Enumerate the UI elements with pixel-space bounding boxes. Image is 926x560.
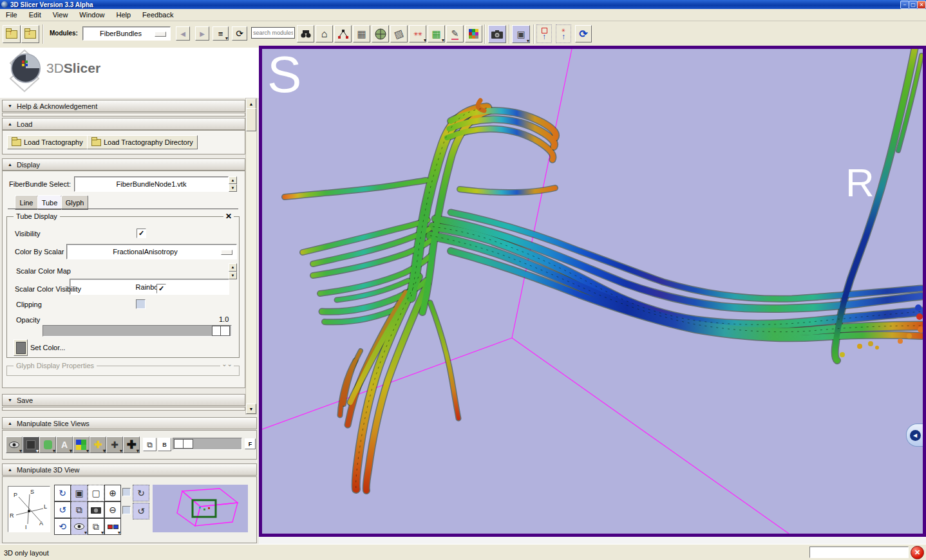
foreground-layer-button[interactable]: ▾ [39,436,56,453]
models-module-button[interactable] [372,25,389,42]
center-view-button[interactable]: ▣ [71,485,88,501]
crosshair-button[interactable]: ✚▾ [90,436,106,453]
save-scene-button[interactable]: ↓ [21,25,39,43]
progress-field [809,546,909,558]
visibility-checkbox[interactable]: ✓ [137,229,146,238]
stereo-glasses-button[interactable]: ▾ [104,518,121,535]
view-screenshot-button[interactable] [88,501,104,518]
opacity-slider-handle[interactable] [212,326,230,336]
rotate-ccw-button[interactable]: ↺ [54,501,71,518]
axis-orientation-widget[interactable]: P S L R I A [8,486,50,532]
section-help-acknowledgement[interactable]: ▼ Help & Acknowledgement [2,100,245,112]
rock-view-button[interactable]: ↺ [133,503,149,519]
slices-module-button[interactable]: ▨ [390,25,408,42]
menu-file[interactable]: File [0,10,23,20]
slice-visibility-button[interactable]: ▾ [6,436,23,453]
annotation-button[interactable]: A▾ [56,436,73,453]
fade-slider-handle[interactable] [174,439,193,449]
navigation-preview[interactable] [153,485,248,532]
flip-button[interactable]: F [245,438,256,449]
load-scene-button[interactable]: ↑ [3,25,21,43]
rotate-view-button[interactable]: ↻ [54,485,71,501]
section-load[interactable]: ▲ Load [2,118,245,130]
tab-line[interactable]: Line [15,195,38,210]
sync-button[interactable]: ⟳ [575,25,592,42]
maximize-button[interactable]: ▢ [909,1,918,9]
rock-checkbox[interactable] [122,506,131,514]
scroll-up-button[interactable]: ▲ [246,98,256,109]
menu-edit[interactable]: Edit [23,10,47,20]
expand-chevron-icon[interactable]: ⌄⌄ [220,360,234,368]
background-toggle-button[interactable]: B [158,438,171,451]
module-history-button[interactable]: ≡▾ [213,26,229,41]
fit-slices-button[interactable]: ✚▾ [123,436,140,453]
search-module-button[interactable] [297,25,314,42]
module-back-button[interactable]: ◀ [176,26,190,41]
scene-tree-button[interactable] [334,25,352,42]
module-panel-scrollbar[interactable]: ▲ ▼ [245,98,257,415]
grid-crosshair-button[interactable]: ✚▾ [106,436,123,453]
spin-checkbox[interactable] [122,488,131,496]
measurements-module-button[interactable]: ✎ [446,25,464,42]
search-modules-input[interactable] [251,27,295,39]
layers-toggle-button[interactable]: ⧉ [143,438,156,451]
layout-selector-button[interactable]: ▣▾ [512,25,530,43]
tractography-render [262,49,923,534]
tab-tube[interactable]: Tube [37,195,62,210]
screenshot-button[interactable] [488,25,506,43]
home-module-button[interactable]: ⌂ [316,25,333,42]
load-tractography-button[interactable]: Load Tractography [7,135,88,149]
pivot-rotate-button[interactable]: ⟲ [54,518,71,535]
close-panel-icon[interactable]: ✕ [223,212,234,221]
close-button[interactable]: ✕ [917,1,926,9]
module-selector[interactable]: FiberBundles [82,26,171,41]
spin-view-button[interactable]: ↻ [133,485,149,501]
scrollbar-thumb[interactable] [246,108,256,131]
load-tractography-directory-button[interactable]: Load Tractography Directory [87,135,198,149]
menu-view[interactable]: View [47,10,74,20]
colors-module-button[interactable] [465,25,482,42]
zoom-in-button[interactable]: ⊕ [104,485,121,501]
module-forward-button[interactable]: ▶ [195,26,209,41]
fiberbundle-select-combobox[interactable]: FiberBundleNode1.vtk [74,176,229,192]
zoom-out-button[interactable]: ⊖ [104,501,121,518]
menu-feedback[interactable]: Feedback [137,10,179,20]
panel-slide-handle[interactable]: ◀ [906,424,923,447]
error-log-button[interactable]: ✕ [911,546,924,559]
scalar-color-visibility-checkbox[interactable]: ✓ [156,284,166,294]
set-color-label[interactable]: Set Color... [30,344,65,351]
label-opacity-button[interactable]: ▾ [23,436,39,453]
fiberbundle-spinner[interactable]: ▲▼ [229,176,237,192]
section-save[interactable]: ▼ Save [2,394,245,406]
set-color-swatch-button[interactable] [14,339,28,356]
select-box-button[interactable]: ▢ [88,485,104,501]
glyph-display-groupbox[interactable]: Glyph Display Properties ⌄⌄ [6,366,240,376]
tab-glyph[interactable]: Glyph [61,195,88,210]
refresh-icon: ⟳ [236,28,243,39]
compositing-button[interactable]: ▾ [73,436,90,453]
color-by-scalar-combobox[interactable]: FractionalAnisotropy [66,244,237,259]
menu-help[interactable]: Help [110,10,137,20]
perspective-cube-button[interactable]: ⧉ [71,501,88,518]
clipping-checkbox[interactable] [136,299,146,309]
colormap-spinner[interactable]: ▲▼ [229,263,237,279]
scroll-down-button[interactable]: ▼ [246,404,256,414]
menu-window[interactable]: Window [73,10,110,20]
editor-module-button[interactable]: ▦▾ [428,25,445,42]
scalar-color-map-combobox[interactable]: Rainbow [70,279,229,295]
fiducial-pick-button[interactable]: ↑ [536,24,552,43]
section-manipulate-3d-view[interactable]: ▲ Manipulate 3D View [2,463,257,476]
minimize-button[interactable]: − [900,1,909,9]
fiducials-module-button[interactable]: ✳✳▾ [409,25,426,42]
volumes-module-button[interactable]: ▦ [353,25,370,42]
fiducial-place-button[interactable]: ✳ ↑ [556,24,571,43]
fade-slider[interactable] [173,438,242,450]
module-refresh-button[interactable]: ⟳ [232,26,247,41]
section-display[interactable]: ▲ Display [2,158,245,171]
stereo-copies-button[interactable]: ⧉▾ [88,518,104,535]
look-direction-button[interactable]: ▾ [71,518,88,535]
section-manipulate-slice-views[interactable]: ▲ Manipulate Slice Views [2,417,257,429]
opacity-slider[interactable] [43,325,232,337]
folder-icon [12,139,21,146]
viewport-3d[interactable]: S R [259,46,926,537]
